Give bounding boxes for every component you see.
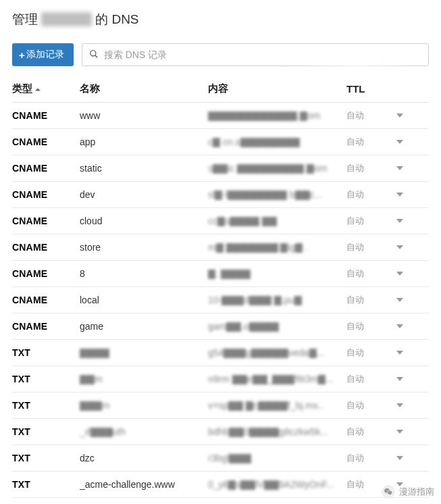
record-name: dev <box>80 189 208 200</box>
record-ttl: 自动 <box>346 109 387 122</box>
watermark-label: 漫游指南 <box>399 486 434 498</box>
expand-row-button[interactable] <box>387 347 413 358</box>
chevron-down-icon <box>396 189 403 200</box>
expand-row-button[interactable] <box>387 400 413 411</box>
record-name: www <box>80 110 208 121</box>
expand-row-button[interactable] <box>387 136 413 147</box>
column-header-name[interactable]: 名称 <box>80 82 208 95</box>
chevron-down-icon <box>396 321 403 332</box>
table-header: 类型 名称 内容 TTL <box>12 76 429 103</box>
record-name: _d▇▇▇uth <box>80 426 208 437</box>
svg-marker-12 <box>396 351 403 355</box>
expand-row-button[interactable] <box>387 453 413 463</box>
expand-row-button[interactable] <box>387 189 413 200</box>
svg-marker-10 <box>396 298 403 302</box>
record-ttl: 自动 <box>346 241 387 253</box>
title-domain: ▇▇▇▇n <box>41 12 92 26</box>
svg-marker-14 <box>396 403 403 407</box>
expand-row-button[interactable] <box>387 163 413 174</box>
table-row[interactable]: CNAMEwww▇▇▇▇▇▇▇▇▇▇▇▇.▇om自动 <box>12 103 429 129</box>
table-row[interactable]: TXT▇▇mn9rm ▇▇e▇▇_▇▇▇f6t3m▇...自动 <box>12 366 429 393</box>
table-row[interactable]: CNAMEcloudcc▇s▇▇▇▇ ▇▇自动 <box>12 208 429 234</box>
search-icon <box>89 49 99 61</box>
record-content: s▇▇ic ▇▇▇▇▇▇▇▇▇.▇om <box>208 163 346 174</box>
svg-marker-6 <box>396 193 403 197</box>
record-name: _acme-challenge.www <box>80 479 208 490</box>
record-type: TXT <box>12 400 80 411</box>
add-record-button[interactable]: + 添加记录 <box>12 43 74 66</box>
record-name: store <box>80 242 208 253</box>
column-header-ttl[interactable]: TTL <box>346 83 387 95</box>
table-row[interactable]: TXT_d▇▇▇uthbdhb▇▇0▇▇▇▇g8czkw5k...自动 <box>12 419 429 445</box>
record-name: cloud <box>80 216 208 226</box>
record-ttl: 自动 <box>346 188 387 201</box>
svg-marker-2 <box>35 89 41 91</box>
record-ttl: 自动 <box>346 320 387 332</box>
record-ttl: 自动 <box>346 478 387 490</box>
table-row[interactable]: CNAMEstatics▇▇ic ▇▇▇▇▇▇▇▇▇.▇om自动 <box>12 155 429 182</box>
record-type: CNAME <box>12 136 80 147</box>
record-name: dzc <box>80 453 208 463</box>
record-type: CNAME <box>12 189 80 200</box>
record-type: TXT <box>12 374 80 384</box>
record-name: app <box>80 136 208 147</box>
svg-point-0 <box>90 50 96 55</box>
search-input[interactable] <box>99 44 421 66</box>
table-row[interactable]: CNAMEdevsl▇-l▇▇▇▇▇▇▇▇ b▇▇c...自动 <box>12 182 429 208</box>
svg-marker-3 <box>396 114 403 118</box>
table-row[interactable]: TXTdzcr3bgl▇▇▇自动 <box>12 445 429 472</box>
dns-records-table: 类型 名称 内容 TTL CNAMEwww▇▇▇▇▇▇▇▇▇▇▇▇.▇om自动C… <box>12 76 429 498</box>
chevron-down-icon <box>396 426 403 437</box>
chevron-down-icon <box>396 216 403 226</box>
record-content: v=sp▇▇ ▇c▇▇▇▇f_bj.mx.. <box>208 400 346 411</box>
record-ttl: 自动 <box>346 215 387 227</box>
record-type: TXT <box>12 347 80 358</box>
title-prefix: 管理 <box>12 12 38 26</box>
column-header-type[interactable]: 类型 <box>12 82 80 95</box>
svg-marker-5 <box>396 166 403 170</box>
chevron-down-icon <box>396 136 403 147</box>
table-row[interactable]: TXT▇▇▇mv=sp▇▇ ▇c▇▇▇▇f_bj.mx..自动 <box>12 393 429 419</box>
expand-row-button[interactable] <box>387 426 413 437</box>
table-row[interactable]: CNAMEstorem▇ ▇▇▇▇▇▇▇ ▇ig▇ .自动 <box>12 234 429 261</box>
table-row[interactable]: CNAMElocal10-▇▇▇d▇▇▇ ▇.pu▇自动 <box>12 287 429 313</box>
sort-asc-icon <box>35 83 41 95</box>
chevron-down-icon <box>396 400 403 411</box>
expand-row-button[interactable] <box>387 110 413 121</box>
watermark: 漫游指南 <box>382 485 434 499</box>
table-row[interactable]: TXT▇▇▇▇g54▇▇▇g▇▇▇▇▇veda▇...自动 <box>12 340 429 366</box>
record-ttl: 自动 <box>346 347 387 359</box>
table-row[interactable]: TXT_acme-challenge.www0_y6▇s▇▇lV▇▇9A2WyO… <box>12 472 429 498</box>
record-ttl: 自动 <box>346 136 387 148</box>
record-type: CNAME <box>12 216 80 226</box>
column-header-content[interactable]: 内容 <box>208 82 346 95</box>
table-row[interactable]: CNAME8▇. ▇▇▇▇自动 <box>12 261 429 287</box>
expand-row-button[interactable] <box>387 295 413 305</box>
table-row[interactable]: CNAMEappc▇ cn.s▇▇▇▇▇▇▇▇自动 <box>12 129 429 155</box>
record-ttl: 自动 <box>346 373 387 385</box>
record-name: 8 <box>80 268 208 279</box>
table-row[interactable]: CNAMEgamegam▇▇.o▇▇▇▇自动 <box>12 313 429 340</box>
chevron-down-icon <box>396 347 403 358</box>
record-name: ▇▇▇m <box>80 400 208 411</box>
record-name: game <box>80 321 208 332</box>
expand-row-button[interactable] <box>387 374 413 384</box>
plus-icon: + <box>19 50 25 60</box>
record-content: r3bgl▇▇▇ <box>208 453 346 463</box>
record-name: ▇▇m <box>80 374 208 384</box>
record-type: TXT <box>12 479 80 490</box>
record-content: m▇ ▇▇▇▇▇▇▇ ▇ig▇ . <box>208 242 346 253</box>
expand-row-button[interactable] <box>387 216 413 226</box>
expand-row-button[interactable] <box>387 242 413 253</box>
record-type: TXT <box>12 426 80 437</box>
record-type: CNAME <box>12 242 80 253</box>
record-content: cc▇s▇▇▇▇ ▇▇ <box>208 216 346 226</box>
record-type: CNAME <box>12 321 80 332</box>
record-ttl: 自动 <box>346 162 387 174</box>
record-content: 0_y6▇s▇▇lV▇▇9A2WyOnF... <box>208 479 346 490</box>
expand-row-button[interactable] <box>387 321 413 332</box>
record-name: static <box>80 163 208 174</box>
search-field[interactable] <box>82 43 429 66</box>
expand-row-button[interactable] <box>387 268 413 279</box>
title-suffix: 的 DNS <box>95 12 138 26</box>
